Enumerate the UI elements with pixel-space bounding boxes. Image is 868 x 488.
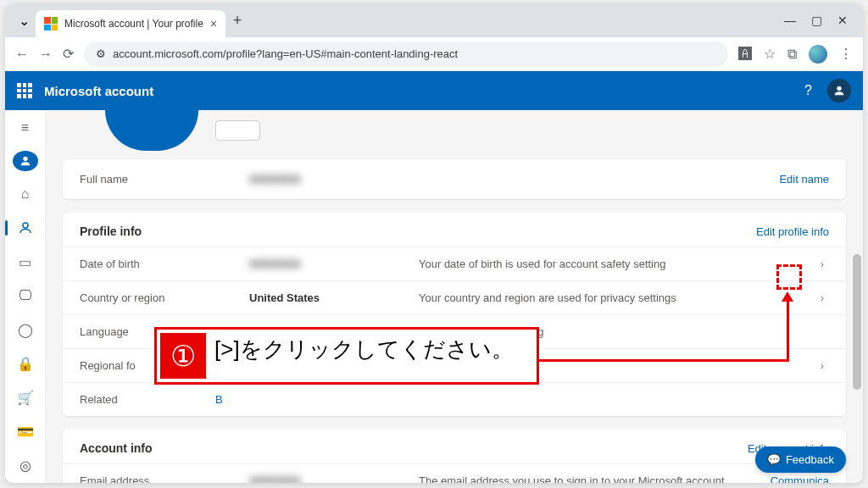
fullname-row: Full name XXXXXXX Edit name	[63, 159, 846, 199]
url-text: account.microsoft.com/profile?lang=en-US…	[113, 47, 458, 60]
feedback-button[interactable]: 💬 Feedback	[755, 446, 846, 473]
chevron-right-icon[interactable]: ›	[815, 258, 829, 270]
close-tab-icon[interactable]: ×	[210, 17, 217, 30]
maximize-icon[interactable]: ▢	[811, 14, 822, 27]
browser-tab[interactable]: Microsoft account | Your profile ×	[36, 10, 225, 37]
chevron-right-icon[interactable]: ›	[815, 291, 829, 304]
content-area: Full name XXXXXXX Edit name Profile info…	[46, 110, 863, 483]
fullname-value: XXXXXXX	[249, 173, 419, 186]
dob-label: Date of birth	[80, 258, 249, 270]
annotation-arrow-horizontal	[537, 359, 789, 362]
chat-icon: 💬	[767, 453, 781, 466]
row-country[interactable]: Country or region United States Your cou…	[63, 280, 846, 314]
account-info-title: Account info	[80, 441, 153, 455]
forward-icon[interactable]: →	[39, 47, 53, 62]
profile-avatar-icon[interactable]	[809, 45, 827, 64]
email-action-link[interactable]: Communica	[771, 474, 829, 483]
email-desc: The email address you use to sign in to …	[419, 474, 771, 483]
email-value: XXXXXXX	[249, 474, 419, 483]
related-label: Related	[80, 393, 249, 406]
app-title: Microsoft account	[44, 84, 153, 98]
edit-profile-info-link[interactable]: Edit profile info	[756, 225, 829, 238]
row-dob[interactable]: Date of birth XXXXXXX Your date of birth…	[63, 247, 846, 280]
extensions-icon[interactable]: ⧉	[787, 47, 797, 62]
minimize-icon[interactable]: —	[784, 14, 796, 27]
fullname-label: Full name	[80, 173, 249, 186]
profile-info-title: Profile info	[80, 225, 142, 238]
edit-name-link[interactable]: Edit name	[779, 173, 829, 186]
related-link[interactable]: B	[215, 393, 223, 406]
help-icon[interactable]: ?	[804, 83, 812, 98]
dob-desc: Your date of birth is used for account s…	[419, 258, 815, 270]
row-email[interactable]: Email address XXXXXXX The email address …	[63, 463, 846, 483]
country-value: United States	[249, 291, 419, 304]
account-info-card: Account info Edit account info Email add…	[63, 430, 846, 483]
address-bar: ← → ⟳ ⚙ account.microsoft.com/profile?la…	[5, 37, 863, 71]
app-header: Microsoft account ?	[5, 71, 863, 110]
bookmark-icon[interactable]: ☆	[764, 46, 776, 62]
dob-value: XXXXXXX	[249, 258, 419, 270]
tab-dropdown[interactable]: ⌄	[12, 13, 36, 29]
app-launcher-icon[interactable]	[17, 83, 32, 98]
rail-payments-icon[interactable]: 🛒	[12, 386, 39, 408]
svg-point-1	[23, 157, 27, 161]
profile-avatar-large	[105, 110, 198, 151]
rail-subscriptions-icon[interactable]: ▭	[12, 251, 39, 273]
chevron-right-icon[interactable]: ›	[815, 359, 829, 372]
annotation-badge: ①	[160, 333, 206, 379]
url-field[interactable]: ⚙ account.microsoft.com/profile?lang=en-…	[84, 42, 728, 67]
new-tab-button[interactable]: +	[225, 12, 249, 30]
close-window-icon[interactable]: ✕	[837, 14, 848, 27]
rail-addresses-icon[interactable]: ◎	[12, 454, 39, 476]
country-desc: Your country and region are used for pri…	[419, 291, 815, 304]
scrollbar-thumb[interactable]	[853, 254, 861, 390]
annotation-callout: ① [>]をクリックしてください。	[154, 327, 539, 385]
window-controls: — ▢ ✕	[784, 14, 856, 27]
account-avatar-icon[interactable]	[827, 79, 851, 103]
profile-hero	[63, 110, 846, 159]
feedback-label: Feedback	[786, 453, 834, 466]
email-label: Email address	[80, 474, 249, 483]
tab-title: Microsoft account | Your profile	[64, 18, 203, 30]
microsoft-favicon	[44, 17, 58, 30]
row-related: Related B	[63, 382, 846, 416]
rail-security-icon[interactable]: ◯	[12, 319, 39, 341]
annotation-text: [>]をクリックしてください。	[209, 330, 526, 369]
tab-strip: ⌄ Microsoft account | Your profile × + —…	[5, 3, 863, 37]
rail-privacy-icon[interactable]: 🔒	[12, 352, 39, 374]
rail-orders-icon[interactable]: 💳	[12, 420, 39, 442]
rail-menu-icon[interactable]: ≡	[12, 117, 39, 139]
menu-icon[interactable]: ⋮	[839, 46, 853, 62]
reload-icon[interactable]: ⟳	[63, 46, 74, 62]
left-rail: ≡ ⌂ ▭ 🖵 ◯ 🔒 🛒 💳 ◎	[5, 110, 46, 483]
fullname-card: Full name XXXXXXX Edit name	[63, 159, 846, 199]
rail-profile-icon[interactable]	[12, 217, 39, 239]
edit-picture-button[interactable]	[215, 120, 260, 141]
translate-icon[interactable]: 🅰	[738, 47, 752, 62]
svg-point-2	[23, 223, 28, 228]
browser-window: ⌄ Microsoft account | Your profile × + —…	[5, 3, 863, 483]
profile-info-card: Profile info Edit profile info Date of b…	[63, 213, 846, 416]
rail-devices-icon[interactable]: 🖵	[12, 285, 39, 307]
rail-home-icon[interactable]: ⌂	[12, 183, 39, 205]
svg-point-0	[837, 86, 841, 91]
annotation-arrow-vertical	[787, 300, 789, 361]
site-settings-icon[interactable]: ⚙	[96, 47, 106, 60]
country-label: Country or region	[80, 291, 249, 304]
rail-your-info-icon[interactable]	[13, 151, 38, 171]
app-body: ≡ ⌂ ▭ 🖵 ◯ 🔒 🛒 💳 ◎ Full name XXXXXXX	[5, 110, 863, 483]
back-icon[interactable]: ←	[15, 47, 29, 62]
